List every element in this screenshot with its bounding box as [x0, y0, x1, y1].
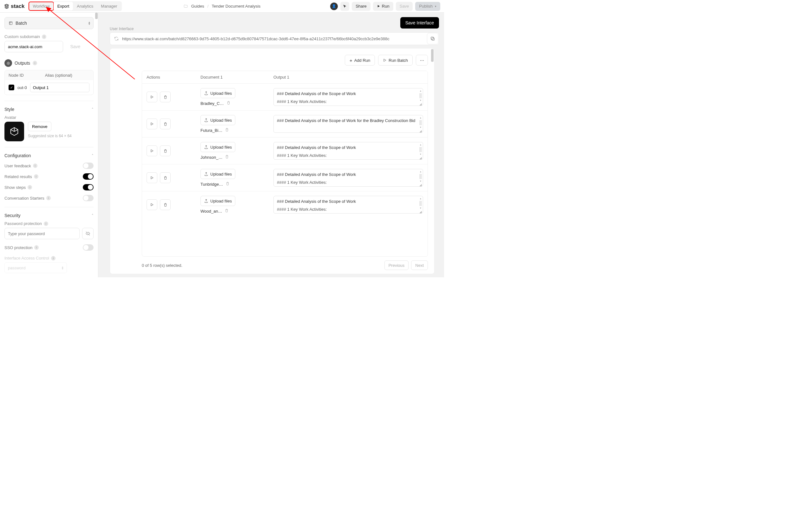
- url-text[interactable]: https://www.stack-ai.com/batch/d8276663-…: [122, 37, 435, 41]
- toggle-password-visibility[interactable]: [82, 228, 94, 239]
- trash-icon: [225, 155, 229, 159]
- tab-export[interactable]: Export: [54, 2, 73, 10]
- delete-row-button[interactable]: [160, 199, 171, 210]
- output-textarea[interactable]: ### Detailed Analysis of the Scope of Wo…: [273, 88, 423, 106]
- canvas-scrollbar[interactable]: [431, 49, 434, 62]
- tab-analytics[interactable]: Analytics: [73, 2, 97, 10]
- cursor-icon: [343, 4, 347, 9]
- toggle-feedback[interactable]: [83, 163, 94, 169]
- subdomain-input[interactable]: [4, 41, 63, 52]
- password-input[interactable]: [4, 228, 80, 239]
- outputs-title: Outputs: [14, 60, 30, 66]
- add-run-button[interactable]: +Add Run: [345, 55, 375, 66]
- iac-select[interactable]: password▴▾: [4, 262, 67, 273]
- outputs-icon: ◎: [4, 59, 12, 67]
- output-scrollbar[interactable]: ▴▾: [419, 170, 422, 183]
- delete-row-button[interactable]: [160, 118, 171, 129]
- upload-files-button[interactable]: Upload files: [200, 88, 235, 98]
- upload-files-button[interactable]: Upload files: [200, 196, 235, 206]
- info-icon[interactable]: i: [42, 35, 46, 39]
- toggle-steps[interactable]: [83, 184, 94, 190]
- more-button[interactable]: ⋯: [416, 55, 428, 66]
- file-name: Futura_Bi…: [200, 128, 222, 133]
- cursor-button[interactable]: [340, 2, 349, 11]
- file-name: Tunbridge…: [200, 182, 223, 187]
- info-icon[interactable]: i: [33, 164, 38, 168]
- copy-url-button[interactable]: [427, 33, 438, 44]
- toggle-starters[interactable]: [83, 195, 94, 201]
- remove-file-button[interactable]: [225, 155, 229, 160]
- mode-select[interactable]: Batch ▴▾: [4, 17, 94, 29]
- next-button[interactable]: Next: [411, 261, 428, 270]
- style-section[interactable]: Style˄: [4, 107, 94, 112]
- trash-icon: [163, 176, 167, 180]
- play-icon: [150, 149, 154, 153]
- breadcrumb-page[interactable]: Tender Document Analysis: [212, 4, 260, 9]
- remove-avatar-button[interactable]: Remove: [28, 122, 51, 131]
- output-checkbox[interactable]: ✓: [9, 84, 14, 90]
- upload-files-button[interactable]: Upload files: [200, 142, 235, 152]
- info-icon[interactable]: i: [28, 185, 32, 189]
- trash-icon: [225, 128, 229, 132]
- publish-button[interactable]: Publish▾: [415, 2, 440, 11]
- user-avatar[interactable]: 👤: [330, 3, 338, 10]
- output-scrollbar[interactable]: ▴▾: [419, 116, 422, 129]
- selection-count: 0 of 5 row(s) selected.: [142, 263, 183, 268]
- toggle-sso[interactable]: [83, 244, 94, 250]
- info-icon[interactable]: i: [51, 256, 55, 261]
- save-button[interactable]: Save: [396, 2, 413, 11]
- run-row-button[interactable]: [147, 118, 157, 129]
- remove-file-button[interactable]: [224, 209, 229, 214]
- reload-icon[interactable]: [114, 36, 119, 41]
- output-textarea[interactable]: ### Detailed Analysis of the Scope of Wo…: [273, 115, 423, 133]
- upload-files-button[interactable]: Upload files: [200, 169, 235, 179]
- delete-row-button[interactable]: [160, 146, 171, 156]
- output-scrollbar[interactable]: ▴▾: [419, 143, 422, 156]
- info-icon[interactable]: i: [44, 222, 48, 226]
- table-row: Upload filesJohnson_…### Detailed Analys…: [142, 137, 427, 164]
- tab-workflow[interactable]: Workflow: [29, 2, 53, 10]
- run-button[interactable]: Run: [373, 2, 393, 11]
- info-icon[interactable]: i: [34, 245, 39, 250]
- upload-icon: [204, 199, 208, 203]
- run-batch-button[interactable]: Run Batch: [378, 55, 413, 66]
- play-icon: [377, 4, 380, 8]
- delete-row-button[interactable]: [160, 172, 171, 183]
- breadcrumb-folder[interactable]: Guides: [191, 4, 204, 9]
- resize-handle[interactable]: ◢: [419, 183, 422, 186]
- subdomain-save-button[interactable]: Save: [66, 41, 85, 52]
- output-textarea[interactable]: ### Detailed Analysis of the Scope of Wo…: [273, 142, 423, 160]
- share-button[interactable]: Share: [352, 2, 370, 11]
- play-icon: [150, 176, 154, 180]
- run-row-button[interactable]: [147, 199, 157, 210]
- run-row-button[interactable]: [147, 146, 157, 156]
- remove-file-button[interactable]: [225, 128, 229, 133]
- output-scrollbar[interactable]: ▴▾: [419, 197, 422, 210]
- tab-manager[interactable]: Manager: [97, 2, 121, 10]
- save-interface-button[interactable]: Save Interface: [400, 17, 439, 29]
- prev-button[interactable]: Previous: [385, 261, 409, 270]
- delete-row-button[interactable]: [160, 92, 171, 102]
- info-icon[interactable]: i: [46, 196, 51, 200]
- config-section[interactable]: Configuration˄: [4, 153, 94, 158]
- resize-handle[interactable]: ◢: [419, 210, 422, 213]
- svg-rect-3: [432, 38, 434, 40]
- alias-input[interactable]: [30, 83, 90, 92]
- sidebar-scrollbar[interactable]: [95, 13, 98, 19]
- chevron-up-icon: ˄: [92, 107, 94, 112]
- output-scrollbar[interactable]: ▴▾: [419, 89, 422, 102]
- info-icon[interactable]: i: [34, 174, 38, 179]
- resize-handle[interactable]: ◢: [419, 102, 422, 105]
- upload-files-button[interactable]: Upload files: [200, 115, 235, 125]
- output-textarea[interactable]: ### Detailed Analysis of the Scope of Wo…: [273, 196, 423, 214]
- resize-handle[interactable]: ◢: [419, 129, 422, 132]
- remove-file-button[interactable]: [225, 181, 230, 187]
- info-icon[interactable]: i: [33, 61, 37, 65]
- toggle-related[interactable]: [83, 173, 94, 180]
- resize-handle[interactable]: ◢: [419, 156, 422, 159]
- run-row-button[interactable]: [147, 172, 157, 183]
- run-row-button[interactable]: [147, 92, 157, 102]
- security-section[interactable]: Security˄: [4, 213, 94, 218]
- output-textarea[interactable]: ### Detailed Analysis of the Scope of Wo…: [273, 169, 423, 187]
- remove-file-button[interactable]: [226, 101, 231, 106]
